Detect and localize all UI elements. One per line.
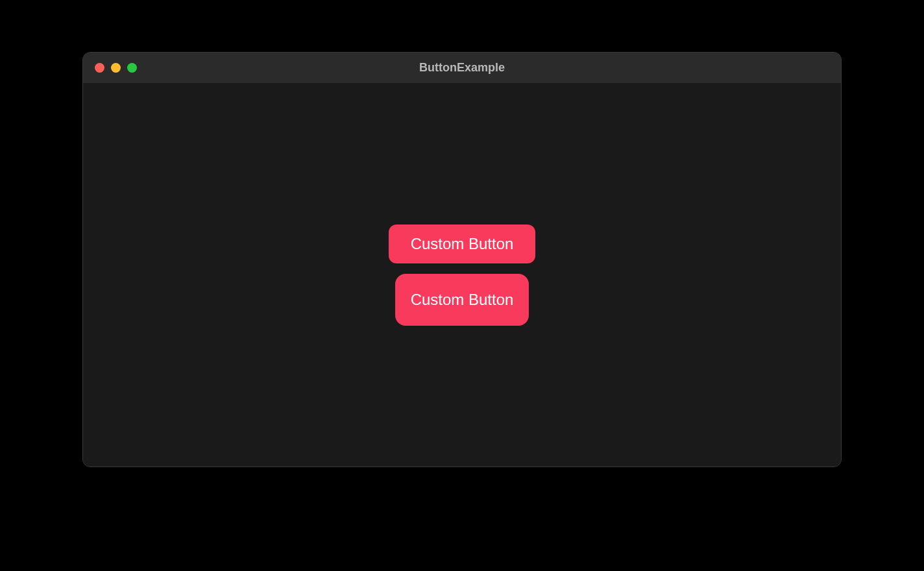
content-area: Custom Button Custom Button (83, 84, 841, 467)
minimize-icon[interactable] (111, 63, 121, 73)
titlebar: ButtonExample (83, 53, 841, 84)
custom-button-1[interactable]: Custom Button (389, 225, 536, 263)
window-title: ButtonExample (83, 61, 841, 75)
custom-button-2[interactable]: Custom Button (395, 274, 529, 326)
app-window: ButtonExample Custom Button Custom Butto… (82, 52, 842, 467)
traffic-lights (83, 63, 137, 73)
fullscreen-icon[interactable] (127, 63, 137, 73)
close-icon[interactable] (95, 63, 104, 73)
